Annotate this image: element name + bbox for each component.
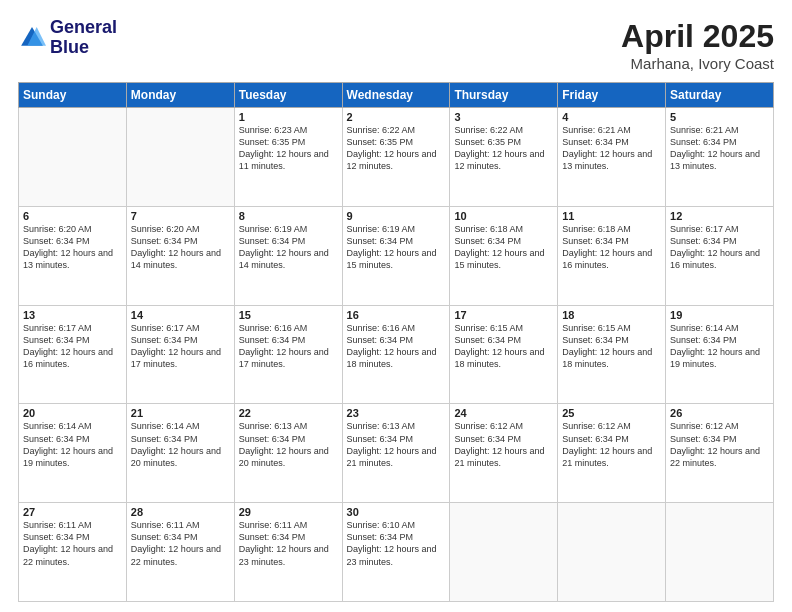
calendar-cell: 28Sunrise: 6:11 AM Sunset: 6:34 PM Dayli… (126, 503, 234, 602)
weekday-header-saturday: Saturday (666, 83, 774, 108)
calendar-cell: 17Sunrise: 6:15 AM Sunset: 6:34 PM Dayli… (450, 305, 558, 404)
calendar-cell: 24Sunrise: 6:12 AM Sunset: 6:34 PM Dayli… (450, 404, 558, 503)
day-info: Sunrise: 6:22 AM Sunset: 6:35 PM Dayligh… (454, 124, 553, 173)
day-info: Sunrise: 6:21 AM Sunset: 6:34 PM Dayligh… (670, 124, 769, 173)
day-number: 10 (454, 210, 553, 222)
day-info: Sunrise: 6:12 AM Sunset: 6:34 PM Dayligh… (562, 420, 661, 469)
day-number: 2 (347, 111, 446, 123)
calendar-cell: 8Sunrise: 6:19 AM Sunset: 6:34 PM Daylig… (234, 206, 342, 305)
day-info: Sunrise: 6:17 AM Sunset: 6:34 PM Dayligh… (131, 322, 230, 371)
calendar-cell: 23Sunrise: 6:13 AM Sunset: 6:34 PM Dayli… (342, 404, 450, 503)
calendar-cell: 11Sunrise: 6:18 AM Sunset: 6:34 PM Dayli… (558, 206, 666, 305)
day-info: Sunrise: 6:10 AM Sunset: 6:34 PM Dayligh… (347, 519, 446, 568)
weekday-header-monday: Monday (126, 83, 234, 108)
logo: General Blue (18, 18, 117, 58)
day-info: Sunrise: 6:12 AM Sunset: 6:34 PM Dayligh… (454, 420, 553, 469)
day-number: 1 (239, 111, 338, 123)
day-info: Sunrise: 6:13 AM Sunset: 6:34 PM Dayligh… (239, 420, 338, 469)
day-number: 20 (23, 407, 122, 419)
day-info: Sunrise: 6:16 AM Sunset: 6:34 PM Dayligh… (347, 322, 446, 371)
day-info: Sunrise: 6:11 AM Sunset: 6:34 PM Dayligh… (23, 519, 122, 568)
day-number: 15 (239, 309, 338, 321)
day-info: Sunrise: 6:14 AM Sunset: 6:34 PM Dayligh… (131, 420, 230, 469)
calendar-cell: 19Sunrise: 6:14 AM Sunset: 6:34 PM Dayli… (666, 305, 774, 404)
day-number: 11 (562, 210, 661, 222)
calendar-cell: 7Sunrise: 6:20 AM Sunset: 6:34 PM Daylig… (126, 206, 234, 305)
day-number: 21 (131, 407, 230, 419)
day-info: Sunrise: 6:17 AM Sunset: 6:34 PM Dayligh… (670, 223, 769, 272)
day-number: 12 (670, 210, 769, 222)
calendar-cell (450, 503, 558, 602)
calendar-cell: 15Sunrise: 6:16 AM Sunset: 6:34 PM Dayli… (234, 305, 342, 404)
day-number: 7 (131, 210, 230, 222)
calendar-subtitle: Marhana, Ivory Coast (621, 55, 774, 72)
calendar-week-row: 27Sunrise: 6:11 AM Sunset: 6:34 PM Dayli… (19, 503, 774, 602)
calendar-cell (19, 108, 127, 207)
day-info: Sunrise: 6:11 AM Sunset: 6:34 PM Dayligh… (131, 519, 230, 568)
page: General Blue April 2025 Marhana, Ivory C… (0, 0, 792, 612)
weekday-header-friday: Friday (558, 83, 666, 108)
calendar-cell (666, 503, 774, 602)
calendar-cell: 1Sunrise: 6:23 AM Sunset: 6:35 PM Daylig… (234, 108, 342, 207)
calendar-cell: 20Sunrise: 6:14 AM Sunset: 6:34 PM Dayli… (19, 404, 127, 503)
day-number: 30 (347, 506, 446, 518)
header: General Blue April 2025 Marhana, Ivory C… (18, 18, 774, 72)
day-number: 6 (23, 210, 122, 222)
calendar-cell: 14Sunrise: 6:17 AM Sunset: 6:34 PM Dayli… (126, 305, 234, 404)
calendar-cell: 4Sunrise: 6:21 AM Sunset: 6:34 PM Daylig… (558, 108, 666, 207)
calendar-cell: 21Sunrise: 6:14 AM Sunset: 6:34 PM Dayli… (126, 404, 234, 503)
day-info: Sunrise: 6:23 AM Sunset: 6:35 PM Dayligh… (239, 124, 338, 173)
calendar-cell: 6Sunrise: 6:20 AM Sunset: 6:34 PM Daylig… (19, 206, 127, 305)
day-number: 19 (670, 309, 769, 321)
calendar-week-row: 13Sunrise: 6:17 AM Sunset: 6:34 PM Dayli… (19, 305, 774, 404)
day-info: Sunrise: 6:21 AM Sunset: 6:34 PM Dayligh… (562, 124, 661, 173)
day-number: 9 (347, 210, 446, 222)
day-info: Sunrise: 6:13 AM Sunset: 6:34 PM Dayligh… (347, 420, 446, 469)
day-number: 27 (23, 506, 122, 518)
calendar-cell: 30Sunrise: 6:10 AM Sunset: 6:34 PM Dayli… (342, 503, 450, 602)
day-number: 16 (347, 309, 446, 321)
day-info: Sunrise: 6:14 AM Sunset: 6:34 PM Dayligh… (23, 420, 122, 469)
calendar-cell: 9Sunrise: 6:19 AM Sunset: 6:34 PM Daylig… (342, 206, 450, 305)
calendar-table: SundayMondayTuesdayWednesdayThursdayFrid… (18, 82, 774, 602)
day-info: Sunrise: 6:18 AM Sunset: 6:34 PM Dayligh… (454, 223, 553, 272)
day-number: 3 (454, 111, 553, 123)
calendar-title: April 2025 (621, 18, 774, 55)
day-number: 29 (239, 506, 338, 518)
day-number: 13 (23, 309, 122, 321)
calendar-week-row: 1Sunrise: 6:23 AM Sunset: 6:35 PM Daylig… (19, 108, 774, 207)
day-info: Sunrise: 6:15 AM Sunset: 6:34 PM Dayligh… (454, 322, 553, 371)
logo-text: General Blue (50, 18, 117, 58)
day-number: 5 (670, 111, 769, 123)
day-number: 17 (454, 309, 553, 321)
day-info: Sunrise: 6:18 AM Sunset: 6:34 PM Dayligh… (562, 223, 661, 272)
calendar-cell: 27Sunrise: 6:11 AM Sunset: 6:34 PM Dayli… (19, 503, 127, 602)
day-info: Sunrise: 6:12 AM Sunset: 6:34 PM Dayligh… (670, 420, 769, 469)
calendar-cell: 12Sunrise: 6:17 AM Sunset: 6:34 PM Dayli… (666, 206, 774, 305)
calendar-cell: 22Sunrise: 6:13 AM Sunset: 6:34 PM Dayli… (234, 404, 342, 503)
day-info: Sunrise: 6:11 AM Sunset: 6:34 PM Dayligh… (239, 519, 338, 568)
day-number: 25 (562, 407, 661, 419)
day-number: 22 (239, 407, 338, 419)
day-number: 24 (454, 407, 553, 419)
calendar-cell: 10Sunrise: 6:18 AM Sunset: 6:34 PM Dayli… (450, 206, 558, 305)
title-area: April 2025 Marhana, Ivory Coast (621, 18, 774, 72)
day-info: Sunrise: 6:16 AM Sunset: 6:34 PM Dayligh… (239, 322, 338, 371)
day-number: 26 (670, 407, 769, 419)
day-info: Sunrise: 6:14 AM Sunset: 6:34 PM Dayligh… (670, 322, 769, 371)
calendar-cell: 5Sunrise: 6:21 AM Sunset: 6:34 PM Daylig… (666, 108, 774, 207)
calendar-cell: 25Sunrise: 6:12 AM Sunset: 6:34 PM Dayli… (558, 404, 666, 503)
calendar-week-row: 6Sunrise: 6:20 AM Sunset: 6:34 PM Daylig… (19, 206, 774, 305)
day-number: 23 (347, 407, 446, 419)
weekday-header-wednesday: Wednesday (342, 83, 450, 108)
day-info: Sunrise: 6:15 AM Sunset: 6:34 PM Dayligh… (562, 322, 661, 371)
weekday-header-row: SundayMondayTuesdayWednesdayThursdayFrid… (19, 83, 774, 108)
weekday-header-tuesday: Tuesday (234, 83, 342, 108)
calendar-cell: 13Sunrise: 6:17 AM Sunset: 6:34 PM Dayli… (19, 305, 127, 404)
day-number: 28 (131, 506, 230, 518)
day-info: Sunrise: 6:22 AM Sunset: 6:35 PM Dayligh… (347, 124, 446, 173)
calendar-cell: 29Sunrise: 6:11 AM Sunset: 6:34 PM Dayli… (234, 503, 342, 602)
day-info: Sunrise: 6:20 AM Sunset: 6:34 PM Dayligh… (23, 223, 122, 272)
day-number: 14 (131, 309, 230, 321)
day-number: 18 (562, 309, 661, 321)
